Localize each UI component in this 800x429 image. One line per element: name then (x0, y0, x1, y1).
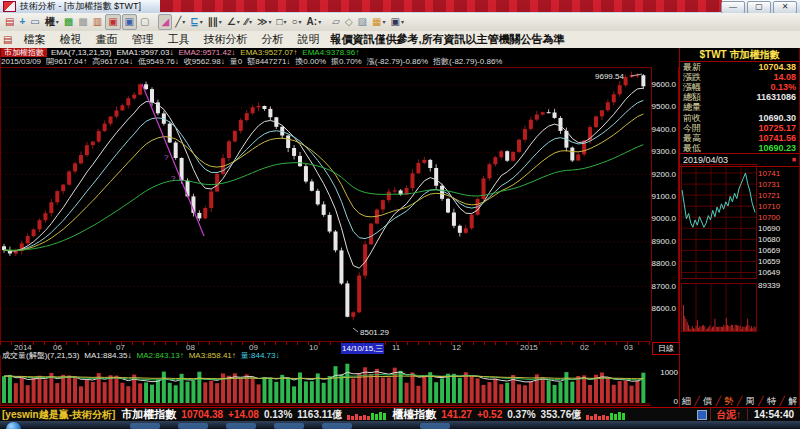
chart-window-icon[interactable]: ▣ (105, 14, 120, 30)
tab-divider: ╱ (737, 395, 742, 407)
price-axis-label: 8600.0 (652, 304, 676, 313)
window-flat-icon[interactable]: ▢ (138, 15, 151, 29)
quote-tabs: 細╱價╱勢╱周╱特╱解 (680, 395, 799, 407)
volume-ma-value: MA2:843.13↑ (137, 351, 184, 360)
ohlc-value: 漲(-82.79)-0.86% (367, 57, 428, 67)
ticker-icon (697, 410, 707, 420)
quote-row-value: 10704.38 (758, 62, 796, 72)
ohlc-value: 低9549.76↓ (138, 57, 179, 67)
eraser-icon[interactable]: ◇ (343, 15, 355, 29)
taskbar-app-button[interactable] (130, 423, 160, 429)
taskbar-app-button[interactable] (226, 423, 256, 429)
taskbar-app-button[interactable] (274, 423, 304, 429)
intraday-axis-label: 10710 (758, 202, 798, 211)
tab-divider: ╱ (715, 395, 720, 407)
menu-item-3[interactable]: 管理 (124, 33, 160, 45)
taskbar-app-button[interactable] (322, 423, 352, 429)
time-axis-label: 02 (580, 343, 589, 352)
chart-window2-icon[interactable]: ▣ (122, 14, 137, 30)
channel-tool[interactable]: ∕∕▾ (243, 15, 254, 29)
news-marquee (160, 0, 722, 12)
grid-gray-icon[interactable]: ▩ (76, 15, 89, 29)
menu-item-0[interactable]: 檔案 (16, 33, 52, 45)
intraday-axis-label: 10741 (758, 169, 798, 178)
stock-ticker[interactable]: 台泥↑ (710, 408, 741, 422)
quote-row-value: 11631086 (756, 92, 796, 102)
menu-item-6[interactable]: 分析 (254, 33, 290, 45)
vline-tool[interactable]: ∥∥▾ (206, 15, 224, 29)
intraday-volume-max: 89339 (758, 281, 798, 290)
window-icon[interactable]: ▭ (28, 15, 41, 29)
quote-row: 總量 (680, 102, 799, 112)
price-axis-label: 8700.0 (652, 282, 676, 291)
taskbar-app-button[interactable] (420, 423, 450, 429)
period-selector[interactable]: 日線 (652, 342, 680, 355)
title-bar: 技術分析 - [市加權指數 $TWT] — ▢ ✕ (0, 0, 800, 13)
volume-ma-value: MA1:884.35↓ (84, 351, 131, 360)
quote-tab-特[interactable]: 特 (767, 395, 776, 407)
status-value: +0.52 (477, 409, 502, 420)
app-icon (3, 1, 16, 12)
mini-trend-sparkline (347, 410, 386, 420)
symbol-badge: 市加權指數 (1, 48, 47, 57)
clear-icon[interactable]: ▨ (356, 15, 369, 29)
fan-tool[interactable]: ∠▾ (225, 15, 242, 29)
draw-mode-icon[interactable]: ◢ (158, 14, 172, 30)
expansion-tool[interactable]: ≫▾ (255, 15, 273, 29)
save-icon[interactable]: ▣▾ (389, 15, 406, 29)
palette-icon[interactable]: ▦▾ (370, 15, 387, 29)
menu-item-2[interactable]: 畫面 (88, 33, 124, 45)
intraday-axis-label: 10680 (758, 235, 798, 244)
ellipse-tool[interactable]: ○▾ (290, 15, 304, 29)
warrant-dropdown[interactable]: 權▾ (43, 15, 61, 29)
volume-chart[interactable] (0, 355, 651, 406)
menu-item-4[interactable]: 工具 (160, 33, 196, 45)
ohlc-value: 2015/03/09 (1, 57, 41, 67)
status-bar: [yeswin越是贏-技術分析] 市加權指數10704.38+14.080.13… (0, 407, 800, 421)
text-tool[interactable]: A:▾ (305, 15, 324, 29)
time-axis-label: 2015 (520, 343, 538, 352)
quote-row: 今開10725.17 (680, 123, 799, 133)
status-value: 10704.38 (181, 409, 223, 420)
quote-tab-解[interactable]: 解 (788, 395, 797, 407)
copy-icon[interactable]: ▱ (330, 15, 342, 29)
quote-row-label: 漲幅 (683, 82, 701, 92)
rect-tool[interactable]: □▾ (274, 15, 288, 29)
quote-tab-價[interactable]: 價 (703, 395, 712, 407)
ema-value: EMA(7,13,21,53) (51, 48, 111, 57)
windows-taskbar[interactable] (0, 421, 800, 429)
quote-tab-勢[interactable]: 勢 (724, 395, 733, 407)
status-value: 141.27 (441, 409, 472, 420)
price-axis-label: 9100.0 (652, 192, 676, 201)
ohlc-value: 量0 (230, 57, 242, 67)
quote-tab-細[interactable]: 細 (682, 395, 691, 407)
price-axis-label: 9200.0 (652, 170, 676, 179)
quote-panel: $TWT 市加權指數 最新10704.38漲跌14.08漲幅0.13%總額116… (679, 48, 800, 407)
grid-color-icon[interactable]: ▩ (62, 15, 75, 29)
start-button[interactable] (6, 422, 21, 429)
window-title: 技術分析 - [市加權指數 $TWT] (20, 0, 141, 13)
volume-indicator-bar: 成交量(解盤)(7,21,53)MA1:884.35↓MA2:843.13↑MA… (2, 351, 284, 360)
ema-value: EMA1:9597.03↓ (116, 48, 173, 57)
menu-item-7[interactable]: 說明 (290, 33, 326, 45)
main-candlestick-chart[interactable]: ??8501.299699.54 (0, 67, 651, 341)
chart-stack-icon[interactable]: ▤ (3, 15, 16, 29)
cross-icon[interactable]: + (17, 15, 27, 29)
intraday-axis-label: 10690 (758, 224, 798, 233)
intraday-chart[interactable] (681, 164, 757, 334)
ohlc-value: 額8447271↓ (247, 57, 290, 67)
ohlc-value: 換0.00% (295, 57, 326, 67)
menu-item-5[interactable]: 技術分析 (196, 33, 254, 45)
price-axis-label: 8900.0 (652, 237, 676, 246)
ohlc-value: 指數(-82.79)-0.86% (433, 57, 502, 67)
quote-tab-周[interactable]: 周 (746, 395, 755, 407)
trendline-tool[interactable]: ╱▾ (173, 15, 187, 29)
tile-window-icon[interactable]: ▥ (91, 15, 104, 29)
intraday-axis-label: 10700 (758, 213, 798, 222)
time-axis-label: 11 (392, 343, 400, 352)
taskbar-app-button[interactable] (178, 423, 208, 429)
hline-tool[interactable]: ⊑▾ (188, 15, 204, 29)
menu-item-1[interactable]: 檢視 (52, 33, 88, 45)
intraday-axis-label: 10649 (758, 268, 798, 277)
quote-row-label: 最新 (683, 62, 701, 72)
